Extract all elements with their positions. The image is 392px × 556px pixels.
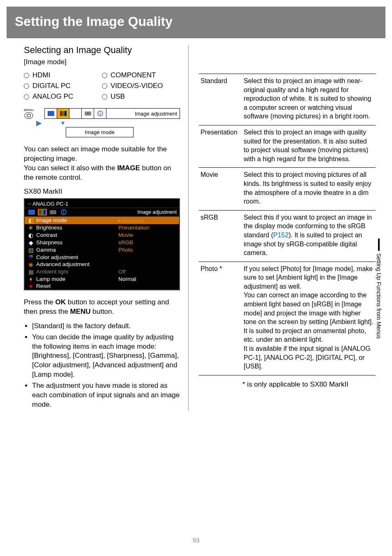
svg-rect-2 xyxy=(48,111,54,116)
table-row: Photo * If you select [Photo] for [Image… xyxy=(199,262,376,375)
image-mode-icon: ◧ xyxy=(28,217,34,224)
brightness-icon: ✳ xyxy=(28,225,34,231)
mode-table: Standard Select this to project an image… xyxy=(199,74,376,375)
svg-rect-1 xyxy=(27,114,30,117)
osd-adjust-label: Image adjustment xyxy=(138,209,177,215)
menu-nav-diagram: MENU ▶ i Image adjustment ▼ Image mode xyxy=(24,108,180,137)
mode-desc: If you select [Photo] for [Image mode], … xyxy=(242,262,376,375)
svg-rect-5 xyxy=(65,111,67,116)
mode-name: Standard xyxy=(199,74,242,125)
svg-rect-3 xyxy=(60,111,62,116)
radio-icon xyxy=(24,94,29,100)
ambient-icon: ▦ xyxy=(28,269,34,275)
input-digital-pc: DIGITAL PC xyxy=(24,82,102,90)
image-mode-label: [Image mode] xyxy=(24,58,180,66)
radio-icon xyxy=(24,73,29,78)
page-title: Setting the Image Quality xyxy=(15,14,377,29)
osd-tab-1 xyxy=(27,209,36,215)
mode-desc: Select this to project moving pictures o… xyxy=(242,168,376,210)
color-icon xyxy=(28,255,34,259)
table-row: Presentation Select this to project an i… xyxy=(199,125,376,167)
svg-point-19 xyxy=(30,257,32,259)
osd-row-advanced: ◉Advanced adjustment xyxy=(25,261,179,268)
radio-icon xyxy=(24,83,29,89)
link-p152[interactable]: P152 xyxy=(273,232,288,239)
osd-title: ANALOG PC-1 xyxy=(32,201,68,207)
svg-rect-4 xyxy=(62,111,65,116)
radio-icon xyxy=(102,83,107,89)
input-hdmi: HDMI xyxy=(24,71,102,79)
radio-icon xyxy=(102,73,107,78)
bullet-list: [Standard] is the factory default. You c… xyxy=(24,322,180,410)
tab-icon-2 xyxy=(57,109,69,118)
osd-row-reset: ■Reset xyxy=(25,283,179,290)
osd-row-image-mode: ◧ Image mode ▸Standard xyxy=(25,217,179,224)
bullet-2: You can decide the image quality by adju… xyxy=(32,333,180,380)
side-tab-marker xyxy=(378,239,380,251)
gamma-icon: ▨ xyxy=(28,247,34,253)
svg-rect-12 xyxy=(41,210,44,215)
device-label: SX80 MarkII xyxy=(24,188,180,196)
svg-rect-13 xyxy=(44,210,46,215)
mode-name: Photo * xyxy=(199,262,242,375)
page-number: 93 xyxy=(0,537,392,544)
lamp-icon: ♦ xyxy=(28,276,34,282)
footnote: * is only applicable to SX80 MarkII xyxy=(199,380,376,389)
arrow-down-icon: ▼ xyxy=(57,120,69,126)
svg-rect-14 xyxy=(50,210,56,214)
page-header: Setting the Image Quality xyxy=(7,7,385,38)
svg-rect-0 xyxy=(25,113,33,118)
tab-row: i Image adjustment xyxy=(44,108,180,119)
column-divider xyxy=(188,45,189,411)
table-row: Movie Select this to project moving pict… xyxy=(199,168,376,210)
input-analog-pc: ANALOG PC xyxy=(24,93,102,101)
sharpness-icon: ◆ xyxy=(28,239,34,246)
svg-rect-11 xyxy=(39,210,41,215)
right-column: Standard Select this to project an image… xyxy=(195,45,376,411)
svg-text:i: i xyxy=(99,111,101,116)
tab-image-adjustment: Image adjustment xyxy=(106,109,180,118)
osd-tab-3 xyxy=(48,209,58,215)
mode-desc: Select this to project an image with qua… xyxy=(242,125,376,167)
image-mode-box: Image mode xyxy=(66,127,134,137)
input-video-svideo: VIDEO/S-VIDEO xyxy=(102,82,180,90)
mode-desc: Select this if you want to project an im… xyxy=(242,210,376,262)
menu-button-icon: MENU xyxy=(24,108,34,120)
mode-name: Movie xyxy=(199,168,242,210)
mode-desc: Select this to project an image with nea… xyxy=(242,74,376,125)
tab-icon-3 xyxy=(69,109,82,118)
svg-rect-10 xyxy=(28,210,35,215)
input-component: COMPONENT xyxy=(102,71,180,79)
reset-icon: ■ xyxy=(28,283,34,289)
input-list: HDMI COMPONENT DIGITAL PC VIDEO/S-VIDEO … xyxy=(24,71,180,101)
osd-tab-2 xyxy=(38,209,47,215)
left-column: Selecting an Image Quality [Image mode] … xyxy=(24,45,188,411)
table-row: Standard Select this to project an image… xyxy=(199,74,376,125)
paragraph-ok-menu: Press the OK button to accept your setti… xyxy=(24,298,180,317)
osd-row-lamp: ♦Lamp modeNormal xyxy=(25,276,179,283)
caret-right-icon: ▸ xyxy=(118,218,121,224)
osd-row-brightness: ✳BrightnessPresentation xyxy=(25,224,179,232)
osd-tab-4: i xyxy=(59,209,68,215)
svg-point-7 xyxy=(87,113,89,114)
tab-icon-4 xyxy=(82,109,94,118)
svg-text:i: i xyxy=(63,210,65,215)
contrast-icon: ◐ xyxy=(28,232,34,239)
osd-row-ambient: ▦Ambient lightOff xyxy=(25,268,179,276)
table-row: sRGB Select this if you want to project … xyxy=(199,210,376,262)
tab-icon-1 xyxy=(45,109,57,118)
paragraph-select-mode: You can select an image mode suitable fo… xyxy=(24,145,180,183)
osd-row-contrast: ◐ContrastMovie xyxy=(25,232,179,239)
plug-icon: ⎓ xyxy=(28,201,31,207)
radio-icon xyxy=(102,94,107,100)
side-tab: Setting Up Functions from Menus xyxy=(376,239,382,339)
osd-screenshot: ⎓ ANALOG PC-1 i Image adjustment ◧ Image… xyxy=(24,198,180,290)
tab-icon-5: i xyxy=(94,109,106,118)
osd-row-color-adjustment: Color adjustment xyxy=(25,254,179,261)
osd-row-gamma: ▨GammaPhoto xyxy=(25,246,179,254)
section-heading: Selecting an Image Quality xyxy=(24,45,180,56)
bullet-3: The adjustment you have made is stored a… xyxy=(32,381,180,410)
mode-name: Presentation xyxy=(199,125,242,167)
arrow-right-icon: ▶ xyxy=(36,118,42,127)
osd-row-sharpness: ◆SharpnesssRGB xyxy=(25,239,179,246)
